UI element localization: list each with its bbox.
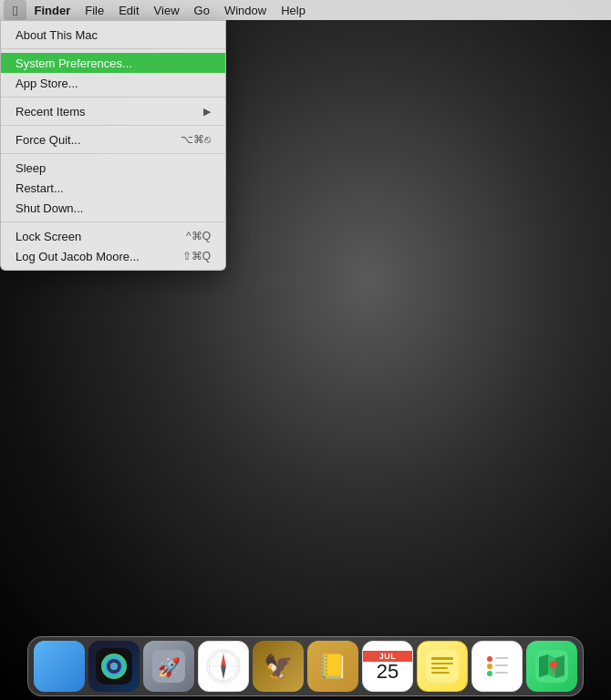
menu-item-force-quit-label: Force Quit... [16,133,81,147]
finder-icon [41,648,78,685]
menu-item-logout[interactable]: Log Out Jacob Moore... ⇧⌘Q [1,246,225,266]
svg-point-33 [550,661,557,668]
dock-item-notes[interactable] [417,641,468,692]
svg-rect-21 [431,657,453,660]
menu-item-app-store-label: App Store... [16,77,78,90]
dock-item-contacts[interactable]: 📒 [307,641,358,692]
menu-item-logout-label: Log Out Jacob Moore... [16,250,140,263]
force-quit-shortcut: ⌥⌘⎋ [181,133,211,146]
menu-separator-4 [1,153,225,154]
menu-item-shutdown-label: Shut Down... [16,201,83,215]
svg-point-3 [62,662,68,668]
menubar:  Finder File Edit View Go Window Help [0,0,611,20]
svg-rect-24 [431,672,450,674]
menubar-go[interactable]: Go [187,0,217,20]
menubar-view[interactable]: View [147,0,187,20]
notes-icon [426,650,459,683]
menu-item-restart-label: Restart... [16,181,64,195]
svg-point-26 [487,656,492,662]
svg-point-2 [51,662,57,668]
menu-item-sleep[interactable]: Sleep [1,158,225,178]
dock-item-siri[interactable] [88,641,140,692]
svg-point-4 [53,663,57,666]
safari-icon [205,648,242,685]
menu-item-shutdown[interactable]: Shut Down... [1,198,225,218]
lock-screen-shortcut: ^⌘Q [186,230,211,242]
svg-rect-31 [495,672,508,674]
reminders-icon [481,650,513,683]
calendar-date: 25 [377,662,399,682]
svg-rect-22 [431,663,453,664]
menu-item-system-prefs[interactable]: System Preferences... [1,53,225,73]
menu-item-recent-items[interactable]: Recent Items ▶ [1,101,225,121]
menu-item-app-store[interactable]: App Store... [1,73,225,93]
dock: 🚀 🦅 📒 JUL [0,627,611,700]
dock-container: 🚀 🦅 📒 JUL [27,636,584,696]
menu-separator-3 [1,125,225,126]
svg-text:🚀: 🚀 [158,656,181,678]
menu-item-force-quit[interactable]: Force Quit... ⌥⌘⎋ [1,129,225,149]
menu-separator-1 [1,48,225,49]
menubar-finder[interactable]: Finder [26,0,78,20]
menu-item-lock-screen-label: Lock Screen [16,230,81,243]
menu-item-system-prefs-label: System Preferences... [16,57,132,70]
dock-item-safari[interactable] [198,641,249,692]
svg-rect-30 [495,664,508,666]
menubar-edit[interactable]: Edit [111,0,146,20]
svg-rect-23 [431,667,448,669]
mail-icon: 🦅 [264,653,293,681]
launchpad-icon: 🚀 [152,650,185,683]
menu-item-sleep-label: Sleep [16,161,46,175]
svg-rect-29 [495,657,508,659]
menubar-help[interactable]: Help [274,0,313,20]
svg-point-9 [110,663,118,670]
dock-item-reminders[interactable] [471,641,523,692]
dock-item-finder[interactable] [34,641,85,692]
apple-menu-button[interactable]:  [4,0,26,20]
menu-separator-5 [1,221,225,222]
svg-rect-20 [426,650,459,683]
logout-shortcut: ⇧⌘Q [182,250,211,262]
siri-icon [96,648,132,685]
svg-point-5 [64,663,67,666]
recent-items-arrow-icon: ▶ [203,106,211,118]
menubar-file[interactable]: File [78,0,111,20]
svg-point-19 [222,664,225,668]
dock-item-mail[interactable]: 🦅 [253,641,304,692]
menu-item-about-label: About This Mac [16,28,98,42]
maps-icon [535,650,568,683]
menubar-window[interactable]: Window [217,0,274,20]
contacts-icon: 📒 [318,653,347,681]
dock-item-maps[interactable] [526,641,577,692]
menu-item-restart[interactable]: Restart... [1,178,225,198]
svg-point-1 [47,657,72,679]
menu-item-lock-screen[interactable]: Lock Screen ^⌘Q [1,226,225,246]
svg-rect-0 [41,648,78,685]
dock-item-launchpad[interactable]: 🚀 [143,641,194,692]
menu-separator-2 [1,97,225,98]
svg-point-28 [487,671,492,676]
menu-item-recent-items-label: Recent Items [16,105,86,118]
menu-item-about[interactable]: About This Mac [1,25,225,45]
svg-point-27 [487,664,492,669]
apple-dropdown-menu: About This Mac System Preferences... App… [0,20,226,271]
dock-item-calendar[interactable]: JUL 25 [362,641,413,692]
